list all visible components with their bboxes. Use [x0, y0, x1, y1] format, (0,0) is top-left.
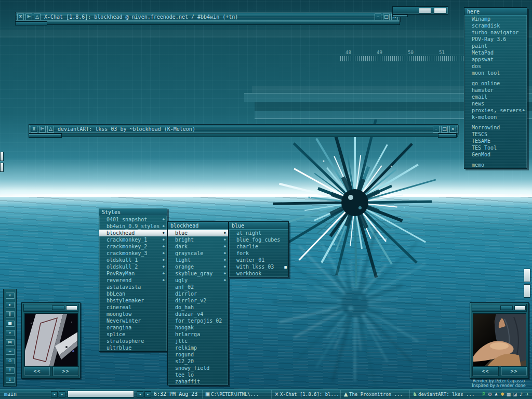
menu-item[interactable]: blockhead ◆ [99, 230, 167, 236]
media-button[interactable]: ↑ [6, 367, 15, 374]
menu-item[interactable]: at_night [229, 230, 288, 236]
menu-item[interactable]: GenMod [464, 151, 527, 158]
left-edge-handle[interactable] [0, 152, 4, 174]
pin-icon[interactable]: ⊩ [39, 126, 46, 132]
menu-item[interactable]: ugly ◆ [168, 277, 228, 284]
menu-item[interactable]: skyblue_gray ◆ [168, 270, 228, 277]
tray-icon[interactable]: ✱ [499, 391, 506, 398]
menu-item[interactable]: Neverwinter [99, 317, 167, 324]
workspace-next-button[interactable]: ▸ [59, 391, 65, 397]
deviantart-grip[interactable] [29, 134, 458, 137]
menu-item[interactable]: zahaffit [168, 378, 228, 385]
menu-item[interactable]: do_hah [168, 304, 228, 311]
menu-item[interactable]: with_lkss_03 ■ [229, 263, 288, 270]
menu-item[interactable]: bbLean [99, 290, 167, 297]
shade-icon[interactable]: △ [47, 126, 54, 132]
edge-handle-bar[interactable] [0, 152, 4, 161]
media-button[interactable]: ∥ [6, 311, 15, 317]
menu-item[interactable] [464, 158, 527, 162]
minimize-button[interactable]: – [375, 14, 381, 20]
window-menu-icon[interactable]: ⧖ [17, 14, 24, 20]
menu-item[interactable]: stratosphere [99, 338, 167, 344]
maximize-button[interactable]: □ [383, 14, 390, 20]
menu-item[interactable]: winter_01 [229, 257, 288, 263]
deviantart-grip-tab[interactable] [29, 134, 62, 138]
media-button[interactable]: ↓ [6, 377, 15, 383]
menu-item[interactable]: MetaPad [464, 49, 527, 56]
media-button[interactable]: « [6, 292, 15, 299]
menu-item[interactable]: ultrblue [99, 344, 167, 351]
menu-item[interactable]: jttc [168, 338, 228, 344]
menu-item[interactable]: snowy_field [168, 365, 228, 371]
menu-item[interactable]: hoogak [168, 324, 228, 331]
menu-item[interactable]: moon tool [464, 70, 527, 76]
xchat-titlebar[interactable]: ⧖ ⊩ △ X-Chat [1.8.6]: blockhead @ niven.… [15, 12, 400, 21]
task-next-button[interactable]: ▸ [144, 391, 151, 397]
menu-item[interactable]: rogund [168, 351, 228, 358]
next-image-button[interactable]: >> [501, 366, 527, 376]
menu-item[interactable]: Morrowind [464, 124, 527, 131]
right-edge-handle[interactable] [524, 269, 530, 300]
menu-item[interactable]: relkimp [168, 344, 228, 351]
viewer-titlebar-button[interactable] [514, 305, 526, 310]
menu-item[interactable]: PovRayMan ◆ [99, 270, 167, 277]
workspace-label[interactable]: main [2, 390, 48, 398]
task-button[interactable]: ▣ C:\PETER\HTML\... [202, 390, 269, 398]
shade-icon[interactable]: △ [34, 14, 41, 20]
menu-item[interactable]: paint [464, 43, 527, 49]
menu-item[interactable]: k-meleon [464, 114, 527, 121]
tray-icon[interactable]: ✈ [524, 391, 530, 398]
top-right-toolbar-grip[interactable] [392, 15, 408, 17]
blockhead-submenu-title[interactable]: blockhead [168, 222, 228, 230]
menu-item[interactable]: oldskull_2 ◆ [99, 263, 167, 270]
task-button[interactable]: × X-Chat [1.8.6]: bl... [271, 390, 338, 398]
menu-item[interactable]: bbstylemaker [99, 297, 167, 304]
tray-icon[interactable]: ◪ [512, 391, 518, 398]
viewer-titlebar-button[interactable] [52, 305, 64, 310]
prev-image-button[interactable]: << [472, 366, 499, 376]
menu-item[interactable]: hamster [464, 87, 527, 94]
menu-item[interactable]: email [464, 94, 527, 100]
menu-item[interactable]: oldskull_1 ◆ [99, 257, 167, 263]
media-button[interactable]: ⊙ [6, 358, 15, 364]
menu-item[interactable]: fork [229, 250, 288, 257]
media-button[interactable]: ▸ [6, 302, 15, 308]
viewer-titlebar[interactable] [23, 304, 78, 312]
next-image-button[interactable]: >> [52, 366, 79, 376]
menu-item[interactable]: moonglow [99, 311, 167, 317]
task-button[interactable]: ♞ deviantART: lkss ... [409, 390, 476, 398]
prev-image-button[interactable]: << [24, 366, 50, 376]
viewer-titlebar[interactable] [472, 304, 527, 312]
menu-item[interactable]: TESCS [464, 131, 527, 138]
menu-item[interactable]: hrlarrga [168, 331, 228, 338]
menu-item[interactable]: dirrlor_v2 [168, 297, 228, 304]
blue-submenu-title[interactable]: blue [229, 222, 288, 230]
edge-handle-bar[interactable] [524, 269, 530, 282]
tray-icon[interactable]: ▦ [506, 391, 512, 398]
toolbar-button[interactable] [419, 8, 431, 14]
media-button[interactable]: » [6, 330, 15, 336]
menu-item[interactable]: crackmonkey_1 ◆ [99, 236, 167, 243]
menu-item[interactable]: crackmonkey_3 ◆ [99, 250, 167, 257]
media-button[interactable]: ⋈ [6, 339, 15, 345]
menu-item[interactable]: go online [464, 80, 527, 87]
menu-item[interactable]: reverend ◆ [99, 277, 167, 284]
task-button[interactable]: ▲ The Proxomitron ... [340, 390, 407, 398]
edge-handle-bar[interactable] [524, 284, 530, 298]
menu-item[interactable]: turbo navigator [464, 29, 527, 36]
menu-item[interactable]: orange ◆ [168, 263, 228, 270]
styles-menu-title[interactable]: Styles [99, 208, 167, 216]
deviantart-grip-tab-right[interactable] [438, 134, 457, 138]
menu-item[interactable]: cinereal [99, 304, 167, 311]
menu-item[interactable]: orangina [99, 324, 167, 331]
window-menu-icon[interactable]: ⧖ [31, 126, 37, 132]
workspace-indicator[interactable] [68, 391, 134, 397]
xchat-grip-tab[interactable] [15, 21, 47, 25]
menu-item[interactable]: dark ◆ [168, 243, 228, 250]
menu-item[interactable]: charlie [229, 243, 288, 250]
tray-icon[interactable]: ♪ [518, 391, 524, 398]
maximize-button[interactable]: □ [441, 126, 448, 132]
menu-item[interactable]: bright ◆ [168, 236, 228, 243]
menu-item[interactable]: anf_02 [168, 284, 228, 290]
deviantart-titlebar[interactable]: ⧖ ⊩ △ deviantART: lkss 03 by ~blockhead … [29, 124, 458, 134]
